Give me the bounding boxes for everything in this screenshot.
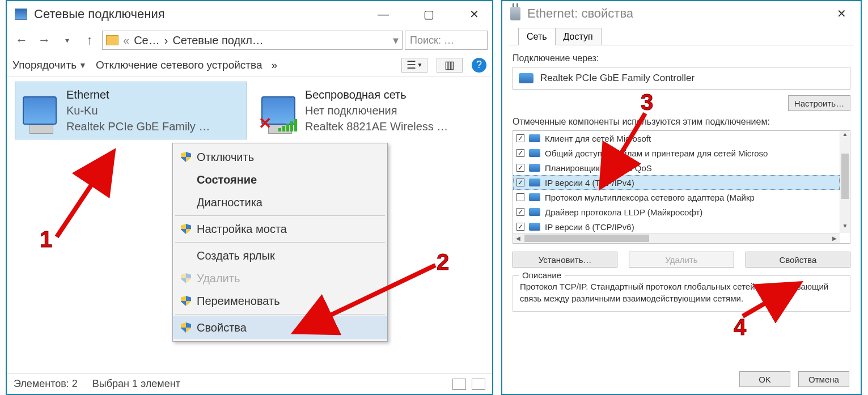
ctx-disable-label: Отключить [197,151,254,164]
address-bar[interactable]: « Се… › Сетевые подкл… ▾ [102,31,403,50]
dialog-button-row: OK Отмена [739,371,849,387]
tab-access[interactable]: Доступ [555,28,602,45]
ctx-status[interactable]: Состояние [173,168,387,191]
shield-icon [181,224,191,234]
ctx-properties[interactable]: Свойства [173,316,387,339]
component-label: Общий доступ к файлам и принтерам для се… [545,148,768,158]
tab-network[interactable]: Сеть [518,28,556,45]
shield-icon [181,152,191,162]
checkbox[interactable]: ✓ [516,179,524,186]
component-row[interactable]: ✓Планировщик пакетов QoS [513,160,840,175]
scroll-left-icon[interactable]: ◀ [513,233,523,243]
ctx-rename[interactable]: Переименовать [173,290,387,312]
install-button[interactable]: Установить… [513,252,617,267]
ctx-properties-label: Свойства [197,321,247,334]
protocol-icon [529,193,540,201]
connection-name: Беспроводная сеть [305,87,448,103]
protocol-icon [529,164,540,172]
wifi-signal-icon [278,119,297,131]
close-button[interactable]: ✕ [828,5,855,22]
scroll-thumb[interactable] [524,235,649,242]
scroll-thumb[interactable] [841,154,849,199]
statusbar: Элементов: 2 Выбран 1 элемент [7,373,492,394]
maximize-button[interactable]: ▢ [415,6,442,23]
breadcrumb-seg2[interactable]: Сетевые подкл… [172,34,263,47]
component-label: Клиент для сетей Microsoft [545,134,651,143]
scroll-down-icon[interactable]: ▼ [840,223,850,233]
ok-button[interactable]: OK [739,371,790,387]
configure-button[interactable]: Настроить… [788,95,850,111]
components-listbox[interactable]: ✓Клиент для сетей Microsoft✓Общий доступ… [513,130,850,244]
toolbar: Упорядочить ▼ Отключение сетевого устрой… [7,53,492,77]
ctx-bridge-label: Настройка моста [197,223,287,236]
description-fieldset: Описание Протокол TCP/IP. Стандартный пр… [513,275,850,312]
component-label: Драйвер протокола LLDP (Майкрософт) [545,207,702,217]
connection-item-wifi[interactable]: ✕ Беспроводная сеть Нет подключения Real… [254,82,486,139]
disable-device-button[interactable]: Отключение сетевого устройства [96,59,262,71]
view-details-button[interactable]: ▥ [437,58,463,73]
ctx-separator [175,314,385,315]
minimize-button[interactable]: — [370,6,397,23]
annotation-4: 4 [734,315,746,340]
checkbox[interactable] [516,193,524,201]
ctx-status-label: Состояние [197,173,257,186]
scroll-right-icon[interactable]: ▶ [829,233,840,243]
nav-back-button[interactable]: ← [11,30,32,50]
help-button[interactable]: ? [472,58,486,73]
connection-item-ethernet[interactable]: Ethernet Ku-Ku Realtek PCIe GbE Family … [15,82,247,139]
component-label: Планировщик пакетов QoS [545,163,652,173]
cancel-button[interactable]: Отмена [798,371,849,387]
ctx-shortcut-label: Создать ярлык [197,249,275,262]
scroll-up-icon[interactable]: ▲ [840,131,850,141]
ctx-separator [175,215,385,216]
chevron-down-icon[interactable]: ▾ [393,33,399,47]
ctx-rename-label: Переименовать [197,295,280,308]
window-system-icon [15,9,27,20]
checkbox[interactable]: ✓ [516,134,524,142]
annotation-1: 1 [40,227,52,252]
toolbar-overflow[interactable]: » [271,59,277,71]
horizontal-scrollbar[interactable]: ◀ ▶ [513,233,840,243]
ctx-delete: Удалить [173,267,387,290]
remove-button: Удалить [629,252,734,267]
connection-network: Ku-Ku [66,103,210,118]
ethernet-plug-icon [510,7,520,20]
nav-up-button[interactable]: ↑ [79,30,100,50]
view-tiles-button[interactable] [452,379,466,390]
close-button[interactable]: ✕ [460,6,488,23]
folder-icon [106,35,118,45]
component-row[interactable]: ✓Общий доступ к файлам и принтерам для с… [513,146,840,160]
checkbox[interactable]: ✓ [516,149,524,157]
vertical-scrollbar[interactable]: ▲ ▼ [840,131,850,233]
properties-button[interactable]: Свойства [746,252,850,267]
view-icons-button[interactable]: ☰ ▼ [401,58,427,73]
nav-forward-button[interactable]: → [34,30,54,50]
ctx-diagnose-label: Диагностика [197,196,262,209]
search-input[interactable]: Поиск: … [405,31,488,50]
network-connections-window: Сетевые подключения — ▢ ✕ ← → ▾ ↑ « Се… … [6,0,493,395]
ctx-shortcut[interactable]: Создать ярлык [173,244,387,267]
checkbox[interactable]: ✓ [516,164,524,172]
component-row[interactable]: ✓Драйвер протокола LLDP (Майкрософт) [513,205,840,219]
checkbox[interactable]: ✓ [516,223,524,231]
shield-icon [181,273,191,283]
ctx-bridge[interactable]: Настройка моста [173,218,387,240]
protocol-icon [529,208,540,216]
disconnected-x-icon: ✕ [259,114,272,133]
ctx-diagnose[interactable]: Диагностика [173,191,387,214]
window-title: Ethernet: свойства [527,6,633,21]
component-row[interactable]: ✓Клиент для сетей Microsoft [513,131,840,146]
titlebar: Сетевые подключения — ▢ ✕ [7,1,492,27]
organize-menu[interactable]: Упорядочить ▼ [12,59,87,71]
window-title: Сетевые подключения [34,7,165,22]
component-row[interactable]: ✓IP версии 4 (TCP/IPv4) [513,175,840,190]
component-row[interactable]: ✓IP версии 6 (TCP/IPv6) [513,219,840,233]
window-controls: — ▢ ✕ [370,6,488,23]
breadcrumb-seg1[interactable]: Се… [134,34,160,47]
connection-network: Нет подключения [305,103,448,118]
nav-recent-button[interactable]: ▾ [57,30,77,50]
ctx-disable[interactable]: Отключить [173,146,387,168]
view-list-button[interactable] [472,379,485,390]
component-row[interactable]: Протокол мультиплексора сетевого адаптер… [513,190,840,205]
checkbox[interactable]: ✓ [516,208,524,216]
